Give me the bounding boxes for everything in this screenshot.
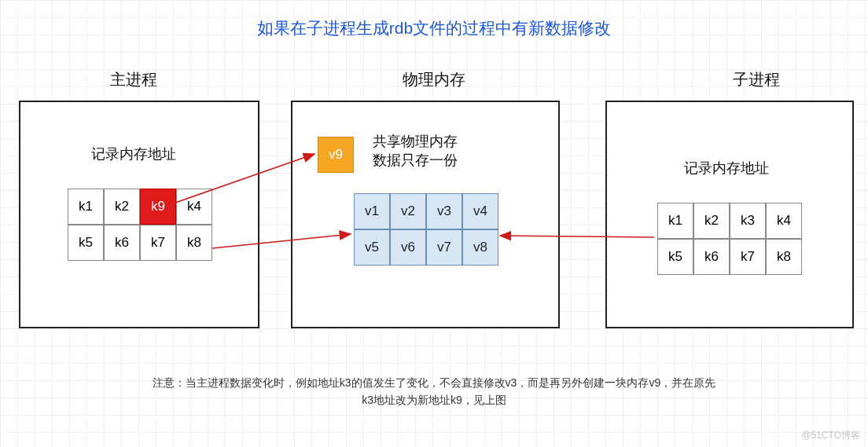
addr-cell-k2: k2 <box>104 189 140 225</box>
mem-cell-v6: v6 <box>390 229 426 266</box>
addr-cell-k9: k9 <box>140 189 176 225</box>
main-address-grid: k1k2k9k4k5k6k7k8 <box>68 189 212 261</box>
footnote: 注意：当主进程数据变化时，例如地址k3的值发生了变化，不会直接修改v3，而是再另… <box>0 374 868 409</box>
label-child-process: 子进程 <box>733 69 780 90</box>
mem-sub-label: 共享物理内存 数据只存一份 <box>373 132 458 170</box>
mem-value-grid: v1v2v3v4v5v6v7v8 <box>354 193 498 266</box>
label-main-process: 主进程 <box>110 69 157 90</box>
watermark: @51CTO博客 <box>801 429 860 442</box>
panel-child-process: 记录内存地址 k1k2k3k4k5k6k7k8 <box>605 101 854 328</box>
panel-physical-memory: v9 共享物理内存 数据只存一份 v1v2v3v4v5v6v7v8 <box>291 101 560 328</box>
label-physical-memory: 物理内存 <box>403 69 465 90</box>
mem-cell-v5: v5 <box>354 229 390 266</box>
addr-cell-k8: k8 <box>176 225 212 261</box>
panel-main-process: 记录内存地址 k1k2k9k4k5k6k7k8 <box>19 101 259 328</box>
addr-cell-k2: k2 <box>693 203 730 239</box>
addr-cell-k4: k4 <box>766 203 802 239</box>
addr-cell-k6: k6 <box>104 225 140 261</box>
main-sub-label: 记录内存地址 <box>91 145 176 163</box>
mem-cell-v1: v1 <box>354 193 390 229</box>
mem-cell-v4: v4 <box>462 193 498 229</box>
addr-cell-k1: k1 <box>68 189 104 225</box>
addr-cell-k1: k1 <box>657 203 693 239</box>
addr-cell-k7: k7 <box>730 239 766 275</box>
footnote-line-2: k3地址改为新地址k9，见上图 <box>0 391 868 409</box>
diagram-title: 如果在子进程生成rdb文件的过程中有新数据修改 <box>0 17 868 39</box>
child-address-grid: k1k2k3k4k5k6k7k8 <box>657 203 802 275</box>
child-sub-label: 记录内存地址 <box>684 159 769 178</box>
mem-cell-v2: v2 <box>390 193 426 229</box>
v9-block: v9 <box>318 137 354 173</box>
footnote-line-1: 注意：当主进程数据变化时，例如地址k3的值发生了变化，不会直接修改v3，而是再另… <box>0 374 868 391</box>
addr-cell-k5: k5 <box>68 225 104 261</box>
addr-cell-k4: k4 <box>176 189 212 225</box>
mem-cell-v8: v8 <box>462 229 498 266</box>
addr-cell-k6: k6 <box>693 239 730 275</box>
addr-cell-k8: k8 <box>766 239 802 275</box>
addr-cell-k7: k7 <box>140 225 176 261</box>
addr-cell-k3: k3 <box>730 203 766 239</box>
addr-cell-k5: k5 <box>657 239 693 275</box>
mem-cell-v7: v7 <box>426 229 462 266</box>
mem-cell-v3: v3 <box>426 193 462 229</box>
